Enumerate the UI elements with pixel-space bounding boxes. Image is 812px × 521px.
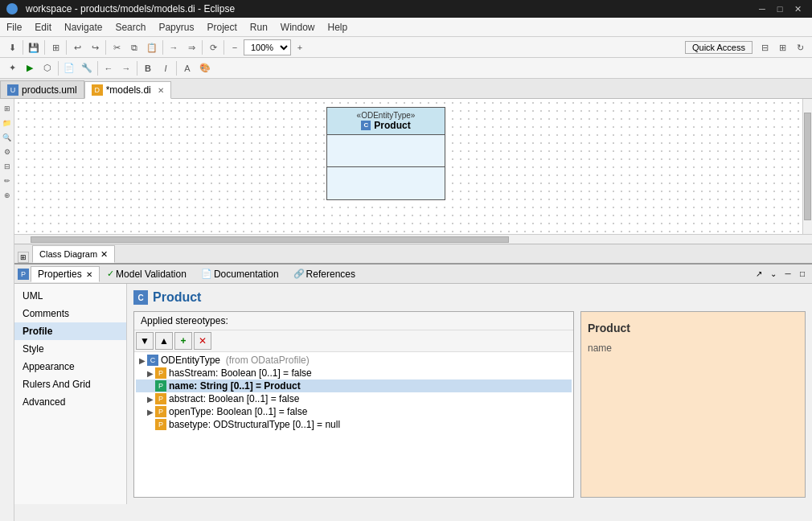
toolbar2-color-btn[interactable]: 🎨 — [196, 59, 214, 77]
tree-item-opentype[interactable]: ▶ P openType: Boolean [0..1] = false — [136, 405, 572, 418]
v-scroll-thumb[interactable] — [804, 113, 811, 220]
sidebar-btn-1[interactable]: ⊞ — [1, 102, 14, 115]
sep-3 — [66, 40, 67, 55]
tab-references[interactable]: 🔗 References — [286, 266, 363, 282]
toolbar2-back-btn[interactable]: ← — [100, 59, 117, 77]
tree-expand-4[interactable]: ▶ — [146, 407, 155, 416]
tree-item-abstract[interactable]: ▶ P abstract: Boolean [0..1] = false — [136, 392, 572, 405]
sidebar-btn-4[interactable]: ⚙ — [1, 146, 14, 158]
toolbar-zoom-out-btn[interactable]: − — [226, 39, 244, 56]
documentation-icon: 📄 — [201, 269, 212, 279]
menu-project[interactable]: Project — [200, 20, 243, 35]
tab-documentation[interactable]: 📄 Documentation — [194, 266, 286, 282]
prop-s-icon-2: P — [155, 380, 166, 392]
toolbar-redo-btn[interactable]: ↪ — [86, 39, 104, 56]
tree-item-odentitytype[interactable]: ▶ C ODEntityType (from ODataProfile) — [136, 354, 572, 367]
toolbar2-btn4[interactable]: 🔧 — [78, 59, 96, 77]
toolbar-cut-btn[interactable]: ✂ — [108, 39, 125, 56]
uml-class-product[interactable]: «ODEntityType» C Product — [326, 107, 445, 200]
stereotypes-area: Applied stereotypes: ▼ ▲ + ✕ — [133, 311, 806, 498]
tab-model-validation[interactable]: ✓ Model Validation — [100, 266, 194, 282]
menu-file[interactable]: File — [0, 20, 28, 35]
props-action-min[interactable]: ─ — [781, 268, 794, 281]
tree-item-hasstream[interactable]: ▶ P hasStream: Boolean [0..1] = false — [136, 367, 572, 379]
diagram-v-scrollbar[interactable] — [802, 99, 812, 234]
toolbar2-font-btn[interactable]: A — [178, 59, 196, 77]
zoom-select[interactable]: 100% 75% 50% 150% 200% — [244, 39, 291, 55]
toolbar-zoom-in-btn[interactable]: + — [291, 39, 309, 56]
toolbar2-bold-btn[interactable]: B — [139, 59, 157, 77]
menu-run[interactable]: Run — [244, 20, 274, 35]
diagram-tab-class[interactable]: Class Diagram ✕ — [32, 245, 115, 263]
toolbar-arrow-btn[interactable]: → — [165, 39, 182, 56]
toolbar2-btn1[interactable]: ✦ — [3, 59, 21, 77]
menu-search[interactable]: Search — [109, 20, 152, 35]
toolbar-save-btn[interactable]: 💾 — [25, 39, 43, 56]
stereo-remove-btn[interactable]: ✕ — [194, 332, 211, 350]
nav-item-uml[interactable]: UML — [14, 287, 126, 305]
toolbar-new-btn[interactable]: ⬇ — [3, 39, 21, 56]
minimize-button[interactable]: ─ — [754, 2, 770, 15]
toolbar-undo-btn[interactable]: ↩ — [68, 39, 86, 56]
nav-item-style[interactable]: Style — [14, 340, 126, 358]
toolbar2-run-btn[interactable]: ▶ — [21, 59, 39, 77]
stereo-up-btn[interactable]: ▲ — [155, 332, 173, 350]
maximize-button[interactable]: □ — [772, 2, 788, 15]
toolbar2-btn2[interactable]: ⬡ — [39, 59, 56, 77]
props-action-down[interactable]: ⌄ — [767, 268, 780, 281]
toolbar-sync-btn[interactable]: ⟳ — [204, 39, 222, 56]
properties-title: C Product — [133, 290, 806, 305]
toolbar-refresh-btn[interactable]: ↻ — [791, 39, 809, 56]
tree-item-basetype[interactable]: ▶ P basetype: ODStructuralType [0..1] = … — [136, 418, 572, 431]
tree-expand-1[interactable]: ▶ — [146, 368, 155, 378]
diagram-tab-close[interactable]: ✕ — [100, 249, 108, 260]
tab-properties[interactable]: Properties ✕ — [31, 266, 100, 282]
title-bar: workspace - products/models/models.di - … — [0, 0, 812, 18]
diagram-scroll: «ODEntityType» C Product — [14, 99, 812, 234]
stereo-down-btn[interactable]: ▼ — [136, 332, 154, 350]
sidebar-btn-3[interactable]: 🔍 — [1, 131, 14, 144]
diagram-h-scrollbar[interactable] — [14, 234, 812, 244]
nav-item-comments[interactable]: Comments — [14, 305, 126, 322]
menu-navigate[interactable]: Navigate — [58, 20, 109, 35]
content-area: «ODEntityType» C Product — [14, 99, 812, 521]
toolbar-view2-btn[interactable]: ⊞ — [773, 39, 791, 56]
tree-expand-0[interactable]: ▶ — [137, 355, 147, 365]
nav-item-appearance[interactable]: Appearance — [14, 358, 126, 375]
toolbar-arrow2-btn[interactable]: ⇒ — [182, 39, 200, 56]
toolbar-view1-btn[interactable]: ⊟ — [756, 39, 773, 56]
toolbar-copy-btn[interactable]: ⧉ — [125, 39, 143, 56]
menu-help[interactable]: Help — [322, 20, 355, 35]
toolbar-paste-btn[interactable]: 📋 — [143, 39, 161, 56]
nav-item-rulers[interactable]: Rulers And Grid — [14, 375, 126, 393]
nav-item-advanced[interactable]: Advanced — [14, 393, 126, 411]
tree-expand-3[interactable]: ▶ — [146, 394, 155, 404]
sidebar-btn-7[interactable]: ⊕ — [1, 189, 14, 202]
toolbar2-fwd-btn[interactable]: → — [117, 59, 135, 77]
props-action-link[interactable]: ↗ — [753, 268, 765, 281]
props-tab-close[interactable]: ✕ — [86, 270, 92, 279]
tab-models-di[interactable]: D *models.di ✕ — [84, 81, 171, 99]
sep-2 — [44, 40, 45, 55]
tab-close-di[interactable]: ✕ — [158, 86, 164, 95]
menu-papyrus[interactable]: Papyrus — [152, 20, 200, 35]
h-scroll-thumb[interactable] — [31, 236, 509, 243]
quick-access-button[interactable]: Quick Access — [685, 41, 753, 54]
close-button[interactable]: ✕ — [789, 2, 806, 15]
tree-text-opentype: openType: Boolean [0..1] = false — [169, 406, 307, 417]
toolbar2-italic-btn[interactable]: I — [157, 59, 174, 77]
tree-item-name[interactable]: ▶ P name: String [0..1] = Product — [136, 379, 572, 392]
nav-item-profile[interactable]: Profile — [14, 322, 126, 340]
props-action-max[interactable]: □ — [796, 268, 809, 281]
menu-window[interactable]: Window — [274, 20, 322, 35]
menu-edit[interactable]: Edit — [28, 20, 58, 35]
sidebar-btn-2[interactable]: 📁 — [1, 117, 14, 129]
sidebar-btn-6[interactable]: ✏ — [1, 174, 14, 187]
stereo-add-btn[interactable]: + — [174, 332, 192, 350]
toolbar2-btn3[interactable]: 📄 — [60, 59, 78, 77]
uml-class-header: «ODEntityType» C Product — [327, 108, 445, 135]
tab-products-uml[interactable]: U products.uml — [0, 80, 84, 98]
sidebar-btn-5[interactable]: ⊟ — [1, 160, 14, 173]
toolbar-print-btn[interactable]: ⊞ — [47, 39, 64, 56]
diagram-canvas[interactable]: «ODEntityType» C Product — [14, 99, 812, 234]
